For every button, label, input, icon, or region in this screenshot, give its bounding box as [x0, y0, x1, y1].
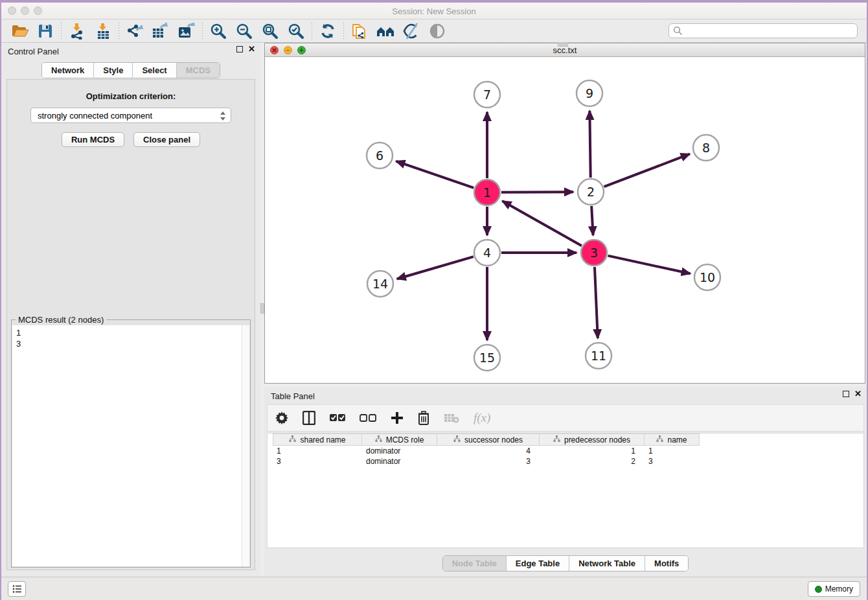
column-header-successor-nodes[interactable]: successor nodes: [437, 433, 540, 446]
splitter-handle[interactable]: [558, 43, 568, 47]
graph-edge-3-11[interactable]: [595, 267, 598, 338]
table-cell[interactable]: 3: [273, 456, 362, 467]
graph-node-4[interactable]: 4: [474, 240, 500, 266]
close-panel-icon[interactable]: ✕: [248, 46, 255, 52]
graph-edge-1-6[interactable]: [396, 161, 474, 188]
table-cell[interactable]: 1: [273, 446, 362, 456]
zoom-selected-icon[interactable]: [283, 21, 309, 41]
import-table-icon[interactable]: [90, 21, 116, 41]
toolbar-separator: [343, 23, 344, 40]
chevron-up-down-icon: [220, 111, 226, 123]
graph-edge-2-3[interactable]: [591, 206, 593, 235]
column-header-MCDS-role[interactable]: MCDS role: [362, 433, 437, 446]
graph-edge-3-10[interactable]: [608, 256, 690, 274]
svg-text:8: 8: [702, 141, 710, 155]
tab-network-table[interactable]: Network Table: [569, 556, 645, 571]
tab-edge-table[interactable]: Edge Table: [507, 556, 569, 571]
hierarchy-icon: [553, 435, 560, 444]
graph-node-10[interactable]: 10: [694, 264, 720, 290]
table-cell[interactable]: 2: [540, 456, 645, 467]
export-network-icon[interactable]: [122, 21, 148, 41]
delete-column-trash-icon[interactable]: [418, 411, 429, 425]
table-row[interactable]: 3dominator323: [273, 456, 863, 467]
graph-edge-3-1[interactable]: [503, 201, 582, 246]
zoom-in-icon[interactable]: [205, 21, 231, 41]
table-cell[interactable]: dominator: [362, 446, 437, 456]
export-image-icon[interactable]: [174, 21, 200, 41]
tab-style[interactable]: Style: [94, 63, 133, 78]
graph-node-8[interactable]: 8: [693, 135, 719, 161]
table-cell[interactable]: 3: [645, 456, 700, 467]
graph-edge-4-14[interactable]: [397, 257, 474, 279]
memory-button[interactable]: Memory: [808, 581, 860, 597]
svg-text:3: 3: [590, 246, 598, 260]
run-mcds-button[interactable]: Run MCDS: [62, 132, 124, 147]
network-view-window: ✕ − + scc.txt 7968124314101511: [264, 43, 865, 384]
node-table: shared nameMCDS rolesuccessor nodesprede…: [267, 433, 864, 548]
graph-node-9[interactable]: 9: [577, 80, 602, 106]
control-panel-title: Control Panel: [8, 47, 59, 56]
graph-edge-1-2[interactable]: [501, 192, 573, 192]
column-browser-icon[interactable]: [303, 411, 315, 425]
export-table-icon[interactable]: [148, 21, 174, 41]
search-icon: [673, 26, 683, 38]
select-all-columns-icon[interactable]: [330, 413, 345, 422]
tab-motifs[interactable]: Motifs: [645, 556, 688, 571]
import-network-icon[interactable]: [64, 21, 90, 41]
graph-node-6[interactable]: 6: [367, 143, 393, 168]
tab-mcds[interactable]: MCDS: [177, 63, 220, 78]
tab-network[interactable]: Network: [42, 63, 94, 78]
open-file-icon[interactable]: [6, 21, 32, 41]
column-header-name[interactable]: name: [645, 433, 700, 446]
add-column-icon[interactable]: [391, 411, 404, 424]
graph-edge-2-9[interactable]: [589, 111, 590, 178]
graph-node-2[interactable]: 2: [578, 179, 604, 205]
float-panel-icon[interactable]: [843, 391, 849, 397]
toolbar-separator: [119, 23, 119, 40]
refresh-layout-icon[interactable]: [315, 21, 341, 41]
graph-node-15[interactable]: 15: [474, 345, 500, 371]
graph-node-3[interactable]: 3: [581, 240, 607, 266]
table-cell[interactable]: 1: [645, 446, 700, 456]
float-panel-icon[interactable]: [236, 46, 243, 52]
svg-text:15: 15: [479, 351, 495, 365]
zoom-out-icon[interactable]: [231, 21, 257, 41]
save-session-icon[interactable]: [32, 21, 58, 41]
graph-node-7[interactable]: 7: [474, 82, 500, 108]
table-row[interactable]: 1dominator411: [273, 446, 863, 456]
hierarchy-icon: [289, 435, 296, 444]
graph-node-14[interactable]: 14: [367, 271, 393, 297]
column-header-predecessor-nodes[interactable]: predecessor nodes: [540, 433, 645, 446]
zoom-fit-icon[interactable]: [257, 21, 283, 41]
window-title: Session: New Session: [1, 6, 867, 16]
graph-edge-2-8[interactable]: [604, 154, 690, 187]
titlebar: Session: New Session: [1, 3, 867, 19]
optimization-criterion-select[interactable]: strongly connected component: [30, 108, 231, 123]
table-cell[interactable]: 1: [540, 446, 645, 456]
memory-status-dot-icon: [815, 586, 822, 593]
graph-node-1[interactable]: 1: [474, 179, 500, 205]
column-header-shared-name[interactable]: shared name: [273, 433, 362, 446]
toolbar-separator: [202, 23, 203, 40]
tab-select[interactable]: Select: [133, 63, 176, 78]
table-cell[interactable]: 3: [437, 456, 540, 467]
task-history-button[interactable]: [8, 581, 26, 597]
deselect-all-columns-icon[interactable]: [360, 413, 376, 422]
control-panel-tabs: NetworkStyleSelectMCDS: [1, 62, 260, 78]
svg-text:10: 10: [700, 270, 715, 284]
close-panel-button[interactable]: Close panel: [133, 132, 200, 147]
hide-style-icon[interactable]: [398, 21, 424, 41]
clone-network-icon[interactable]: [347, 21, 372, 41]
table-cell[interactable]: 4: [437, 446, 540, 456]
network-graph[interactable]: 7968124314101511: [265, 57, 865, 383]
result-scrollbar[interactable]: [242, 325, 249, 566]
svg-text:14: 14: [372, 277, 388, 291]
first-neighbors-icon[interactable]: [372, 21, 398, 41]
close-panel-icon[interactable]: ✕: [854, 391, 862, 397]
show-graphics-icon[interactable]: [424, 21, 450, 41]
table-cell[interactable]: dominator: [362, 456, 437, 467]
tab-node-table[interactable]: Node Table: [443, 556, 507, 571]
graph-node-11[interactable]: 11: [586, 343, 611, 369]
table-settings-gear-icon[interactable]: [275, 411, 288, 424]
search-input[interactable]: [668, 23, 858, 38]
